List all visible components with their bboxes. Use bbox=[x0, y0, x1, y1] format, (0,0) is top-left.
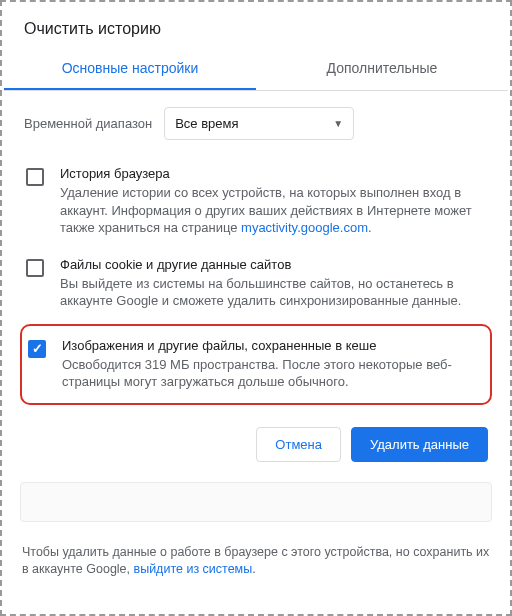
checkbox-cache[interactable] bbox=[28, 340, 46, 358]
option-desc: Освободится 319 МБ пространства. После э… bbox=[62, 356, 484, 391]
time-range-select[interactable]: Все время ▼ bbox=[164, 107, 354, 140]
time-range-row: Временной диапазон Все время ▼ bbox=[4, 91, 508, 156]
option-cache: Изображения и другие файлы, сохраненные … bbox=[20, 324, 492, 405]
option-title: Файлы cookie и другие данные сайтов bbox=[60, 257, 486, 272]
time-range-value: Все время bbox=[175, 116, 238, 131]
myactivity-link[interactable]: myactivity.google.com bbox=[241, 220, 368, 235]
tab-basic[interactable]: Основные настройки bbox=[4, 48, 256, 90]
options-list: История браузера Удаление истории со все… bbox=[4, 156, 508, 409]
option-title: Изображения и другие файлы, сохраненные … bbox=[62, 338, 484, 353]
option-desc: Вы выйдете из системы на большинстве сай… bbox=[60, 275, 486, 310]
option-title: История браузера bbox=[60, 166, 486, 181]
checkbox-cookies[interactable] bbox=[26, 259, 44, 277]
tabs: Основные настройки Дополнительные bbox=[4, 48, 508, 91]
time-range-label: Временной диапазон bbox=[24, 116, 152, 131]
option-desc: Удаление истории со всех устройств, на к… bbox=[60, 184, 486, 237]
button-row: Отмена Удалить данные bbox=[4, 409, 508, 474]
tab-advanced[interactable]: Дополнительные bbox=[256, 48, 508, 90]
confirm-button[interactable]: Удалить данные bbox=[351, 427, 488, 462]
option-text: Файлы cookie и другие данные сайтов Вы в… bbox=[60, 257, 486, 310]
checkbox-history[interactable] bbox=[26, 168, 44, 186]
footer-placeholder bbox=[20, 482, 492, 522]
cancel-button[interactable]: Отмена bbox=[256, 427, 341, 462]
footer-signout-link[interactable]: выйдите из системы bbox=[134, 562, 253, 576]
option-cookies: Файлы cookie и другие данные сайтов Вы в… bbox=[20, 247, 492, 320]
clear-history-dialog: Очистить историю Основные настройки Допо… bbox=[4, 4, 508, 612]
dialog-title: Очистить историю bbox=[4, 4, 508, 48]
option-history: История браузера Удаление истории со все… bbox=[20, 156, 492, 247]
footer-text: Чтобы удалить данные о работе в браузере… bbox=[4, 530, 508, 589]
chevron-down-icon: ▼ bbox=[333, 118, 343, 129]
option-text: История браузера Удаление истории со все… bbox=[60, 166, 486, 237]
option-text: Изображения и другие файлы, сохраненные … bbox=[62, 338, 484, 391]
